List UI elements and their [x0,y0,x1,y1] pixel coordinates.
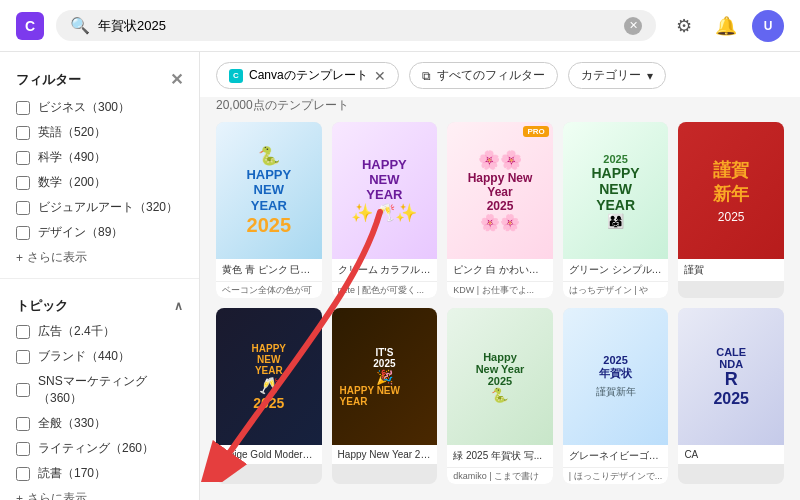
all-filters-label: すべてのフィルター [437,67,545,84]
filter-item[interactable]: 科学（490） [0,145,199,170]
topic-title: トピック [16,297,68,315]
divider [0,278,199,279]
filter-checkbox-visual-art[interactable] [16,201,30,215]
filter-label: 読書（170） [38,465,106,482]
card-label: 黄色 青 ピンク 巳年 20... [216,259,322,281]
card-label: 緑 2025 年賀状 写... [447,445,553,467]
sidebar-title: フィルター [16,71,81,89]
template-grid: 🐍 HAPPYNEWYEAR 2025 黄色 青 ピンク 巳年 20... ベー… [200,122,800,500]
filter-item[interactable]: 読書（170） [0,461,199,486]
template-card[interactable]: HAPPYNEWYEAR 🥂 2025 Beige Gold Modern P.… [216,308,322,484]
filter-item[interactable]: 英語（520） [0,120,199,145]
filter-label: 数学（200） [38,174,106,191]
filter-label: ライティング（260） [38,440,154,457]
chevron-down-icon: ▾ [647,69,653,83]
show-more-label: さらに表示 [27,490,87,500]
plus-icon: + [16,492,23,501]
category-label: カテゴリー [581,67,641,84]
filter-checkbox-brand[interactable] [16,350,30,364]
filter-checkbox-reading[interactable] [16,467,30,481]
header-icons: ⚙ 🔔 U [668,10,784,42]
card-label: グリーン シンプル ... [563,259,669,281]
show-more-label: さらに表示 [27,249,87,266]
template-card[interactable]: 🐍 HAPPYNEWYEAR 2025 黄色 青 ピンク 巳年 20... ベー… [216,122,322,298]
pro-badge: PRO [523,126,548,137]
category-filter-button[interactable]: カテゴリー ▾ [568,62,666,89]
template-card[interactable]: 2025 HAPPYNEWYEAR 👨‍👩‍👧 グリーン シンプル ... はっ… [563,122,669,298]
canva-icon: C [229,69,243,83]
card-label: Beige Gold Modern P... [216,445,322,464]
show-more-category[interactable]: + さらに表示 [0,245,199,270]
show-more-topic[interactable]: + さらに表示 [0,486,199,500]
filter-checkbox-science[interactable] [16,151,30,165]
search-icon: 🔍 [70,16,90,35]
filter-checkbox-english[interactable] [16,126,30,140]
header: C 🔍 ✕ ⚙ 🔔 U [0,0,800,52]
card-label: Happy New Year 2025 [332,445,438,464]
template-count: 20,000点のテンプレート [200,97,800,122]
canva-template-tag[interactable]: C Canvaのテンプレート ✕ [216,62,399,89]
template-card[interactable]: 2025年賀状 謹賀新年 グレーネイビーゴール... | ほっこりデザインで..… [563,308,669,484]
avatar[interactable]: U [752,10,784,42]
all-filters-button[interactable]: ⧉ すべてのフィルター [409,62,558,89]
template-card[interactable]: HAPPYNEWYEAR ✨🥂✨ クリーム カラフル ... nete | 配色… [332,122,438,298]
ca-label: CA [678,445,784,464]
filter-label: 広告（2.4千） [38,323,115,340]
filter-label: デザイン（89） [38,224,123,241]
filter-label: 英語（520） [38,124,106,141]
card-label: 謹賀 [678,259,784,281]
app-logo[interactable]: C [16,12,44,40]
filter-item[interactable]: デザイン（89） [0,220,199,245]
filter-checkbox-ad[interactable] [16,325,30,339]
canva-tag-label: Canvaのテンプレート [249,67,368,84]
filter-item[interactable]: ビジュアルアート（320） [0,195,199,220]
card-label: クリーム カラフル ... [332,259,438,281]
plus-icon: + [16,251,23,265]
main-layout: フィルター ✕ ビジネス（300） 英語（520） 科学（490） 数学（200… [0,52,800,500]
sidebar: フィルター ✕ ビジネス（300） 英語（520） 科学（490） 数学（200… [0,52,200,500]
filter-label: ビジュアルアート（320） [38,199,178,216]
search-input[interactable] [98,18,616,33]
filter-checkbox-math[interactable] [16,176,30,190]
filter-bar: C Canvaのテンプレート ✕ ⧉ すべてのフィルター カテゴリー ▾ [200,52,800,97]
filter-checkbox-business[interactable] [16,101,30,115]
tag-close-icon[interactable]: ✕ [374,68,386,84]
card-label: ピンク 白 かわいいシ... [447,259,553,281]
card-label: グレーネイビーゴール... [563,445,669,467]
sidebar-header: フィルター ✕ [0,64,199,95]
notification-icon[interactable]: 🔔 [710,10,742,42]
template-card[interactable]: HappyNew Year2025 🐍 緑 2025 年賀状 写... dkam… [447,308,553,484]
logo-text: C [25,18,35,34]
filter-item[interactable]: 広告（2.4千） [0,319,199,344]
template-card[interactable]: 🌸🌸 Happy New Year2025 🌸🌸 PRO ピンク 白 かわいいシ… [447,122,553,298]
filter-label: SNSマーケティング（360） [38,373,183,407]
filter-item[interactable]: ライティング（260） [0,436,199,461]
content-area: C Canvaのテンプレート ✕ ⧉ すべてのフィルター カテゴリー ▾ 20,… [200,52,800,500]
filter-checkbox-sns[interactable] [16,383,30,397]
settings-icon[interactable]: ⚙ [668,10,700,42]
count-text: 20,000点のテンプレート [216,98,349,112]
filter-item[interactable]: ブランド（440） [0,344,199,369]
filter-item[interactable]: 全般（330） [0,411,199,436]
filter-label: ビジネス（300） [38,99,130,116]
filter-item[interactable]: SNSマーケティング（360） [0,369,199,411]
filter-label: ブランド（440） [38,348,130,365]
template-card[interactable]: IT'S2025 🎉 HAPPY NEW YEAR Happy New Year… [332,308,438,484]
filter-checkbox-general[interactable] [16,417,30,431]
close-icon[interactable]: ✕ [170,70,183,89]
filter-checkbox-writing[interactable] [16,442,30,456]
template-card[interactable]: 謹賀新年 2025 謹賀 [678,122,784,298]
template-card[interactable]: CALENDAR 2025 CA [678,308,784,484]
search-bar[interactable]: 🔍 ✕ [56,10,656,41]
chevron-up-icon[interactable]: ∧ [174,299,183,313]
filter-item[interactable]: ビジネス（300） [0,95,199,120]
filter-checkbox-design[interactable] [16,226,30,240]
filter-label: 科学（490） [38,149,106,166]
filter-item[interactable]: 数学（200） [0,170,199,195]
filter-label: 全般（330） [38,415,106,432]
search-clear-button[interactable]: ✕ [624,17,642,35]
topic-section-header: トピック ∧ [0,287,199,319]
filter-sliders-icon: ⧉ [422,69,431,83]
